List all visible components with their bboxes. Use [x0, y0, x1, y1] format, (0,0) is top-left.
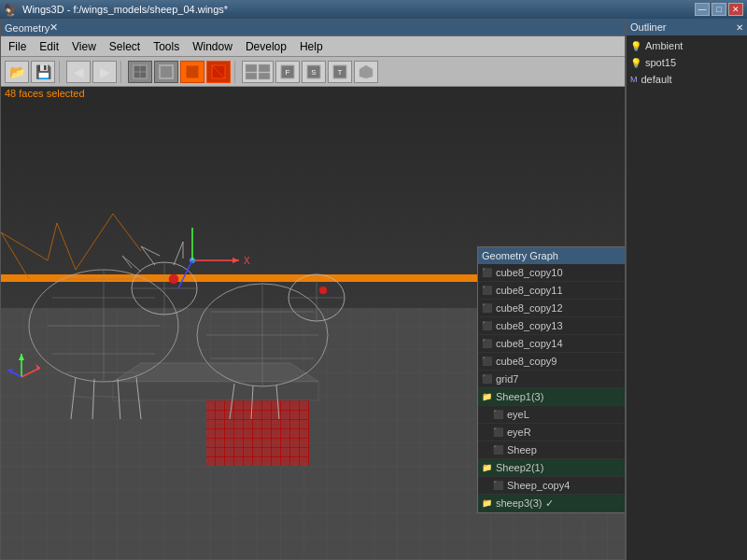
geo-group-sheep2[interactable]: 📁 Sheep2(1): [478, 459, 625, 477]
outliner-item-label-default: default: [641, 74, 672, 85]
outliner-item-label-spot15: spot15: [645, 57, 676, 68]
svg-line-31: [71, 377, 76, 419]
geo-item-eyeR[interactable]: ⬛ eyeR 👁 🔒: [478, 424, 625, 441]
mesh-icon-sheep-copy: ⬛: [493, 481, 503, 490]
geo-item-cube8-copy11[interactable]: ⬛ cube8_copy11 👁 🔒 ⬛: [478, 282, 625, 300]
geo-group-sheep3[interactable]: 📁 sheep3(3) ✓: [478, 495, 625, 512]
top-view-button[interactable]: T: [328, 61, 352, 83]
menu-select[interactable]: Select: [104, 38, 146, 55]
outliner-content: 💡 Ambient 💡 spot15 M default: [627, 35, 747, 560]
solid-button[interactable]: [180, 61, 204, 83]
viewport[interactable]: X Geometry Graph ✕: [1, 102, 625, 559]
mesh-icon-5: ⬛: [482, 339, 492, 348]
mesh-icon-eyeR: ⬛: [493, 427, 503, 437]
open-button[interactable]: 📂: [5, 61, 29, 83]
toolbar-separator-1: [59, 61, 63, 83]
geo-close-icon[interactable]: ✕: [49, 21, 58, 34]
mesh-icon-1: ⬛: [482, 268, 492, 277]
menu-view[interactable]: View: [66, 38, 102, 55]
svg-point-45: [319, 287, 327, 294]
geo-item-cube8-copy13[interactable]: ⬛ cube8_copy13 👁 🔒 ⬛: [478, 317, 625, 335]
geometry-panel-header: Geometry ✕: [1, 20, 625, 36]
geometry-graph-header: Geometry Graph ✕: [478, 247, 625, 264]
minimize-button[interactable]: —: [695, 3, 710, 16]
group-expand-icon-2: 📁: [482, 463, 492, 472]
svg-marker-17: [359, 65, 373, 78]
outliner-item-spot15[interactable]: 💡 spot15: [628, 54, 745, 71]
geo-item-cube8-copy9[interactable]: ⬛ cube8_copy9 👁 🔒 ⬛: [478, 353, 625, 371]
outliner-close[interactable]: ✕: [736, 22, 743, 33]
geo-item-cube8-copy14[interactable]: ⬛ cube8_copy14 👁 🔒 ⬛: [478, 335, 625, 353]
svg-rect-3: [160, 65, 173, 78]
title-bar-controls[interactable]: — □ ✕: [695, 3, 743, 16]
menu-help[interactable]: Help: [294, 38, 329, 55]
geo-item-cube8-copy12[interactable]: ⬛ cube8_copy12 👁 🔒 ⬛: [478, 300, 625, 317]
outliner-panel: Outliner ✕ 💡 Ambient 💡 spot15 M default: [626, 19, 747, 560]
menu-bar: File Edit View Select Tools Window Devel…: [1, 36, 625, 57]
svg-rect-7: [246, 64, 257, 72]
svg-text:S: S: [311, 68, 316, 77]
title-bar: 🦅 Wings3D - f:/wings_models/sheep_04.win…: [0, 0, 747, 19]
geo-item-cube8-copy10[interactable]: ⬛ cube8_copy10 👁 🔒 ⬛: [478, 264, 625, 282]
geo-item-eyeL[interactable]: ⬛ eyeL 👁 🔒: [478, 406, 625, 424]
side-view-button[interactable]: S: [302, 61, 326, 83]
svg-line-49: [21, 368, 40, 377]
svg-rect-10: [259, 73, 270, 79]
menu-edit[interactable]: Edit: [34, 38, 64, 55]
outliner-header: Outliner ✕: [627, 19, 747, 35]
geo-graph-title: Geometry Graph: [482, 250, 558, 261]
mesh-icon-3: ⬛: [482, 303, 492, 313]
faces-button[interactable]: [128, 61, 152, 83]
svg-marker-19: [113, 382, 318, 400]
menu-window[interactable]: Window: [187, 38, 238, 55]
menu-tools[interactable]: Tools: [148, 38, 185, 55]
svg-rect-8: [259, 64, 270, 72]
mesh-icon-4: ⬛: [482, 321, 492, 330]
toolbar: 📂 💾 ◀ ▶ F: [1, 57, 625, 87]
persp-view-button[interactable]: [354, 61, 378, 83]
geo-item-sheep[interactable]: ⬛ Sheep 👁 🔒: [478, 441, 625, 459]
sheep-wireframe: X: [1, 139, 393, 419]
geo-item-grid7[interactable]: ⬛ grid7 👁 🔒: [478, 371, 625, 388]
wireframe-solid-button[interactable]: [206, 61, 231, 83]
mesh-icon-default: M: [630, 75, 638, 84]
main-layout: Geometry ✕ File Edit View Select Tools W…: [0, 19, 747, 560]
svg-marker-56: [233, 258, 239, 263]
svg-marker-18: [113, 363, 318, 382]
svg-text:T: T: [338, 68, 343, 77]
outliner-item-label-ambient: Ambient: [645, 40, 683, 51]
undo-button[interactable]: ◀: [66, 61, 91, 83]
geo-item-sheep-copy4[interactable]: ⬛ Sheep_copy4 👁 🔒 ⬛: [478, 477, 625, 495]
light-icon-spot15: 💡: [630, 58, 641, 68]
group-expand-icon: 📁: [482, 392, 492, 401]
mesh-icon-6: ⬛: [482, 357, 492, 366]
svg-text:F: F: [286, 68, 290, 77]
svg-rect-4: [186, 65, 199, 78]
close-button[interactable]: ✕: [728, 3, 743, 16]
svg-marker-52: [19, 354, 24, 360]
geometry-label: Geometry: [5, 22, 49, 34]
outliner-label: Outliner: [630, 21, 667, 33]
front-view-button[interactable]: F: [275, 61, 300, 83]
toolbar-separator-2: [120, 61, 124, 83]
light-icon-ambient: 💡: [630, 41, 641, 51]
maximize-button[interactable]: □: [712, 3, 726, 16]
selection-count: 48 faces selected: [5, 88, 85, 99]
svg-line-59: [178, 260, 192, 288]
mesh-icon-sheep: ⬛: [493, 445, 503, 455]
menu-file[interactable]: File: [3, 38, 32, 55]
menu-develop[interactable]: Develop: [240, 38, 292, 55]
save-button[interactable]: 💾: [31, 61, 55, 83]
toolbar-separator-3: [234, 61, 238, 83]
mesh-icon-eyeL: ⬛: [493, 410, 503, 419]
edges-button[interactable]: [154, 61, 178, 83]
outliner-item-default[interactable]: M default: [628, 71, 745, 88]
grid-view-button[interactable]: [242, 61, 274, 83]
grid-icon: ⬛: [482, 374, 492, 384]
svg-line-35: [71, 396, 94, 399]
geo-group-sheep1[interactable]: 📁 Sheep1(3): [478, 388, 625, 406]
geometry-graph-panel: Geometry Graph ✕ ⬛ cube8_copy10 👁 🔒 ⬛ ⬛ …: [477, 246, 625, 513]
redo-button[interactable]: ▶: [92, 61, 117, 83]
outliner-item-ambient[interactable]: 💡 Ambient: [628, 37, 745, 54]
viewport-status: 48 faces selected: [1, 87, 625, 102]
